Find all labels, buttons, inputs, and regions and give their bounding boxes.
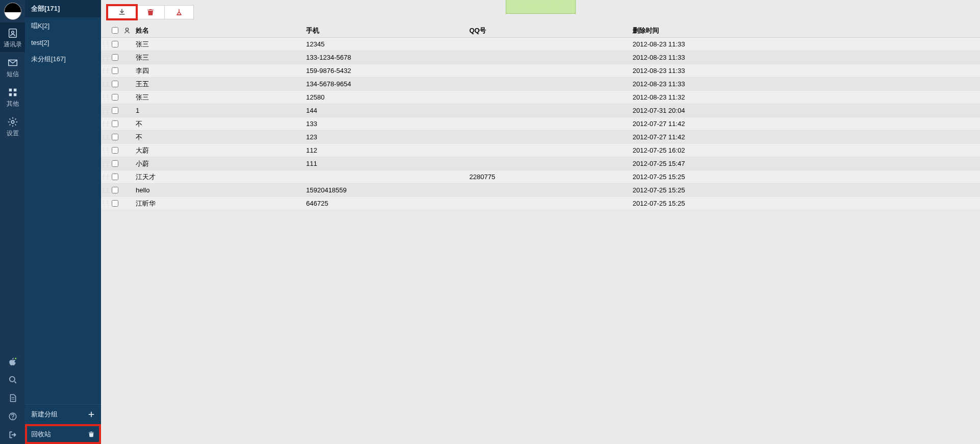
drag-handle-icon[interactable]: ⋮⋮: [101, 41, 108, 47]
header-qq[interactable]: QQ号: [469, 26, 633, 35]
toolbar: 怎么回来见面了: [101, 0, 980, 20]
cell-deleted: 2012-07-27 11:42: [633, 133, 980, 141]
table-row[interactable]: ⋮⋮张三125802012-08-23 11:32: [101, 91, 980, 104]
new-group-label: 新建分组: [31, 410, 58, 419]
table-row[interactable]: ⋮⋮江天才22807752012-07-25 15:25: [101, 170, 980, 184]
rail-item-mail[interactable]: 短信: [0, 52, 25, 82]
row-checkbox[interactable]: [112, 160, 118, 167]
header-phone[interactable]: 手机: [306, 26, 469, 35]
row-checkbox[interactable]: [112, 81, 118, 87]
row-checkbox[interactable]: [112, 147, 118, 154]
drag-handle-icon[interactable]: ⋮⋮: [101, 134, 108, 140]
rail-item-contacts[interactable]: 通讯录: [0, 22, 25, 52]
cell-phone: 159-9876-5432: [306, 67, 469, 75]
table-row[interactable]: ⋮⋮小蔚1112012-07-25 15:47: [101, 157, 980, 170]
row-checkbox[interactable]: [112, 120, 118, 127]
table-row[interactable]: ⋮⋮hello159204185592012-07-25 15:25: [101, 184, 980, 197]
cell-name: 王五: [133, 80, 306, 89]
group-item[interactable]: 未分组[167]: [25, 51, 101, 68]
cell-deleted: 2012-08-23 11:33: [633, 40, 980, 48]
restore-button[interactable]: [108, 6, 136, 19]
table-row[interactable]: ⋮⋮11442012-07-31 20:04: [101, 104, 980, 117]
rail-item-label: 通讯录: [4, 41, 22, 48]
user-avatar[interactable]: [0, 0, 25, 22]
table-row[interactable]: ⋮⋮不1232012-07-27 11:42: [101, 131, 980, 144]
group-item[interactable]: test[2]: [25, 35, 101, 51]
drag-handle-icon[interactable]: ⋮⋮: [101, 55, 108, 60]
table-row[interactable]: ⋮⋮王五134-5678-96542012-08-23 11:33: [101, 78, 980, 91]
rail-apple-button[interactable]: [0, 352, 25, 371]
row-checkbox[interactable]: [112, 174, 118, 180]
drag-handle-icon[interactable]: ⋮⋮: [101, 187, 108, 193]
recycle-label: 回收站: [31, 430, 51, 439]
download-icon: [118, 8, 126, 16]
clear-button[interactable]: [165, 6, 193, 19]
trash-icon: [146, 8, 155, 16]
header-deleted[interactable]: 删除时间: [633, 26, 980, 35]
select-all-checkbox[interactable]: [112, 27, 118, 34]
svg-point-11: [12, 418, 13, 420]
drag-handle-icon[interactable]: ⋮⋮: [101, 174, 108, 180]
delete-button[interactable]: [136, 6, 165, 19]
row-checkbox[interactable]: [112, 67, 118, 74]
row-checkbox[interactable]: [112, 107, 118, 114]
table-row[interactable]: ⋮⋮李四159-9876-54322012-08-23 11:33: [101, 64, 980, 78]
cell-name: hello: [133, 186, 306, 194]
header-name[interactable]: 姓名: [133, 26, 306, 35]
row-checkbox[interactable]: [112, 187, 118, 193]
svg-point-1: [11, 31, 14, 34]
person-icon: [121, 27, 133, 34]
row-checkbox[interactable]: [112, 134, 118, 140]
cell-deleted: 2012-07-25 15:25: [633, 186, 980, 194]
drag-handle-icon[interactable]: ⋮⋮: [101, 147, 108, 153]
svg-rect-3: [9, 89, 12, 92]
rail-exit-button[interactable]: [0, 426, 25, 444]
cell-deleted: 2012-08-23 11:33: [633, 80, 980, 88]
group-item[interactable]: 唱K[2]: [25, 17, 101, 35]
rail-help-button[interactable]: [0, 407, 25, 426]
rail-search-button[interactable]: [0, 371, 25, 389]
table-row[interactable]: ⋮⋮江昕华6467252012-07-25 15:25: [101, 197, 980, 210]
drag-handle-icon[interactable]: ⋮⋮: [101, 68, 108, 73]
cell-name: 李四: [133, 66, 306, 76]
cell-deleted: 2012-08-23 11:33: [633, 54, 980, 61]
new-group-button[interactable]: 新建分组: [25, 404, 101, 424]
contacts-icon: [7, 28, 18, 39]
row-checkbox[interactable]: [112, 94, 118, 101]
cell-phone: 144: [306, 107, 469, 114]
cell-name: 1: [133, 107, 306, 114]
rail-item-gear[interactable]: 设置: [0, 111, 25, 141]
table-row[interactable]: ⋮⋮大蔚1122012-07-25 16:02: [101, 144, 980, 157]
rail-doc-button[interactable]: [0, 389, 25, 407]
drag-handle-icon[interactable]: ⋮⋮: [101, 161, 108, 166]
cell-phone: 134-5678-9654: [306, 80, 469, 88]
search-icon: [8, 375, 17, 384]
rail-item-label: 设置: [7, 130, 19, 137]
recycle-bin-button[interactable]: 回收站: [25, 424, 101, 444]
mail-icon: [7, 57, 18, 68]
row-checkbox[interactable]: [112, 54, 118, 61]
row-checkbox[interactable]: [112, 200, 118, 207]
table-row[interactable]: ⋮⋮不1332012-07-27 11:42: [101, 117, 980, 131]
cell-phone: 12345: [306, 40, 469, 48]
cell-deleted: 2012-07-25 15:25: [633, 173, 980, 181]
drag-handle-icon[interactable]: ⋮⋮: [101, 94, 108, 100]
cell-name: 不: [133, 133, 306, 142]
drag-handle-icon[interactable]: ⋮⋮: [101, 121, 108, 127]
svg-point-12: [125, 28, 128, 30]
table-row[interactable]: ⋮⋮张三133-1234-56782012-08-23 11:33: [101, 51, 980, 64]
svg-point-9: [9, 377, 14, 382]
drag-handle-icon[interactable]: ⋮⋮: [101, 108, 108, 113]
broom-icon: [175, 8, 183, 16]
row-checkbox[interactable]: [112, 41, 118, 47]
group-item[interactable]: 全部[171]: [25, 0, 101, 17]
drag-handle-icon[interactable]: ⋮⋮: [101, 81, 108, 87]
grid-icon: [7, 87, 18, 98]
table-row[interactable]: ⋮⋮张三123452012-08-23 11:33: [101, 38, 980, 51]
doc-icon: [8, 393, 17, 403]
rail-item-grid[interactable]: 其他: [0, 82, 25, 111]
cell-name: 小蔚: [133, 159, 306, 168]
svg-rect-4: [13, 89, 16, 92]
drag-handle-icon[interactable]: ⋮⋮: [101, 201, 108, 206]
cell-name: 张三: [133, 53, 306, 62]
